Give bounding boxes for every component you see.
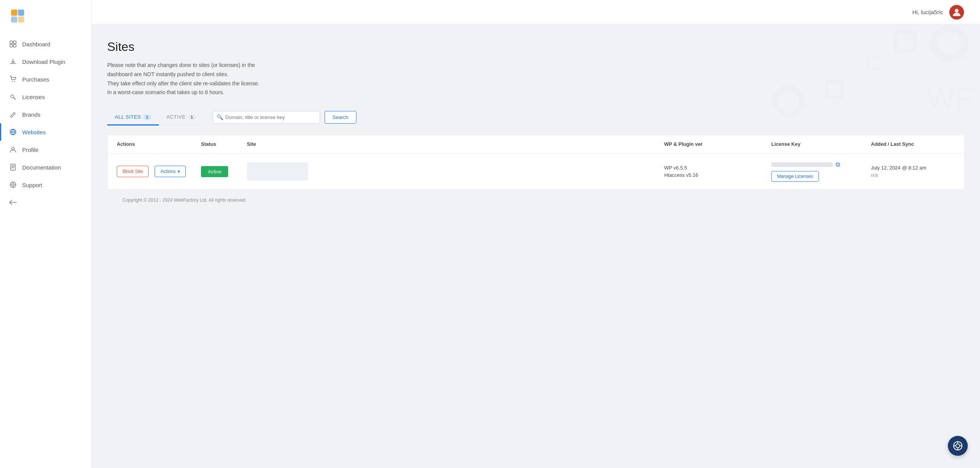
sidebar-item-label-brands: Brands (22, 111, 41, 118)
sidebar-item-profile[interactable]: Profile (0, 141, 91, 158)
actions-button-label: Actions (160, 169, 175, 174)
sidebar-item-brands[interactable]: Brands (0, 106, 91, 123)
svg-rect-5 (10, 41, 13, 44)
table-cell-license-key: ⧉ Manage Licenses (771, 161, 871, 182)
block-site-button[interactable]: Block Site (117, 166, 149, 177)
download-icon (9, 58, 17, 65)
tabs-and-search-bar: ALL SITES 1 ACTIVE 1 🔍 Search (107, 109, 965, 126)
sites-table: Actions Status Site WP & Plugin ver Lice… (107, 135, 965, 190)
th-status: Status (201, 141, 247, 147)
header-greeting: Hi, lucija5ric (912, 9, 943, 15)
tab-all-sites-label: ALL SITES (115, 114, 141, 120)
page-title: Sites (107, 40, 965, 54)
license-key-placeholder (771, 162, 833, 167)
tab-all-sites[interactable]: ALL SITES 1 (107, 109, 159, 126)
search-button[interactable]: Search (325, 111, 356, 124)
notice-line3: They take effect only after the client s… (107, 80, 259, 86)
sidebar-item-websites[interactable]: Websites (0, 123, 91, 141)
tab-active[interactable]: ACTIVE 1 (159, 109, 204, 126)
svg-rect-15 (11, 164, 15, 170)
cart-icon (9, 75, 17, 83)
sidebar-item-label-dashboard: Dashboard (22, 41, 50, 47)
svg-rect-6 (13, 41, 16, 44)
sidebar-item-label-licenses: Licenses (22, 94, 45, 100)
license-key-area: ⧉ Manage Licenses (771, 161, 871, 182)
footer: Copyright © 2012 - 2024 WebFactory Ltd. … (107, 190, 965, 210)
sidebar-item-dashboard[interactable]: Dashboard (0, 35, 91, 53)
status-badge: Active (201, 166, 228, 177)
table-row: Block Site Actions ▾ Active (108, 153, 964, 189)
search-area: 🔍 Search (213, 111, 356, 124)
th-actions: Actions (117, 141, 201, 147)
svg-rect-3 (11, 16, 17, 23)
sidebar-collapse-item[interactable] (0, 194, 91, 211)
sidebar-item-label-profile: Profile (22, 147, 39, 153)
avatar[interactable] (949, 4, 965, 20)
svg-point-14 (12, 147, 15, 150)
license-key-bar: ⧉ (771, 161, 871, 168)
arrow-left-icon (9, 199, 17, 206)
table-cell-actions: Block Site Actions ▾ (117, 166, 201, 177)
header: Hi, lucija5ric (92, 0, 980, 24)
notice-block: Please note that any changes done to sit… (107, 61, 965, 97)
sidebar-item-label-download-plugin: Download Plugin (22, 59, 65, 65)
sidebar-item-download-plugin[interactable]: Download Plugin (0, 53, 91, 70)
support-fab-button[interactable] (948, 436, 968, 456)
main-area: Hi, lucija5ric WF C Sites Please note th… (92, 0, 980, 468)
notice-line4: In a worst-case scenario that takes up t… (107, 89, 224, 95)
sidebar-item-label-documentation: Documentation (22, 164, 61, 171)
support-icon (9, 181, 17, 189)
svg-rect-7 (10, 44, 13, 47)
globe-icon (9, 128, 17, 136)
sidebar-item-purchases[interactable]: Purchases (0, 70, 91, 88)
svg-point-18 (955, 9, 959, 13)
svg-point-9 (12, 81, 13, 82)
th-license-key: License Key (771, 141, 871, 147)
doc-icon (9, 163, 17, 171)
svg-rect-2 (18, 10, 24, 16)
actions-dropdown-button[interactable]: Actions ▾ (155, 166, 185, 177)
svg-rect-8 (13, 44, 16, 47)
svg-point-17 (12, 184, 14, 186)
content-area: WF C Sites Please note that any changes … (92, 24, 980, 468)
sidebar-item-label-websites: Websites (22, 129, 46, 135)
search-icon: 🔍 (217, 114, 223, 120)
sidebar-item-documentation[interactable]: Documentation (0, 158, 91, 176)
table-cell-wp-plugin-ver: WP v6.5.5 Htaccess v5.16 (664, 165, 771, 178)
sidebar-item-label-support: Support (22, 182, 42, 188)
th-added-last-sync: Added / Last Sync (871, 141, 955, 147)
added-date: July 12, 2024 @ 8:12 am (871, 165, 955, 171)
key-icon (9, 93, 17, 101)
th-wp-plugin-ver: WP & Plugin ver (664, 141, 771, 147)
sidebar-item-support[interactable]: Support (0, 176, 91, 194)
site-thumbnail (247, 162, 308, 181)
last-sync-value: n/a (871, 172, 955, 178)
sidebar-item-label-purchases: Purchases (22, 76, 49, 83)
search-wrap: 🔍 (213, 111, 320, 124)
sidebar-item-licenses[interactable]: Licenses (0, 88, 91, 106)
pen-icon (9, 111, 17, 118)
table-header-row: Actions Status Site WP & Plugin ver Lice… (108, 135, 964, 153)
logo-area[interactable] (0, 0, 91, 32)
active-bar (0, 123, 1, 141)
svg-point-26 (956, 444, 960, 448)
notice-line1: Please note that any changes done to sit… (107, 62, 255, 68)
th-site: Site (247, 141, 664, 147)
nav-items: Dashboard Download Plugin Purchases Lice… (0, 32, 91, 468)
svg-rect-1 (11, 10, 17, 16)
wp-version: WP v6.5.5 (664, 165, 771, 171)
svg-point-10 (14, 81, 15, 82)
grid-icon (9, 40, 17, 48)
plugin-version: Htaccess v5.16 (664, 172, 771, 178)
copy-icon[interactable]: ⧉ (836, 161, 840, 168)
tab-active-count: 1 (188, 114, 196, 120)
tabs-bar: ALL SITES 1 ACTIVE 1 (107, 109, 204, 126)
user-icon (9, 146, 17, 153)
tab-active-label: ACTIVE (167, 114, 186, 120)
search-input[interactable] (213, 111, 320, 124)
logo-icon (9, 8, 26, 24)
manage-licenses-button[interactable]: Manage Licenses (771, 171, 819, 182)
tab-all-sites-count: 1 (143, 114, 151, 120)
chevron-down-icon: ▾ (178, 169, 180, 174)
wp-info: WP v6.5.5 Htaccess v5.16 (664, 165, 771, 178)
